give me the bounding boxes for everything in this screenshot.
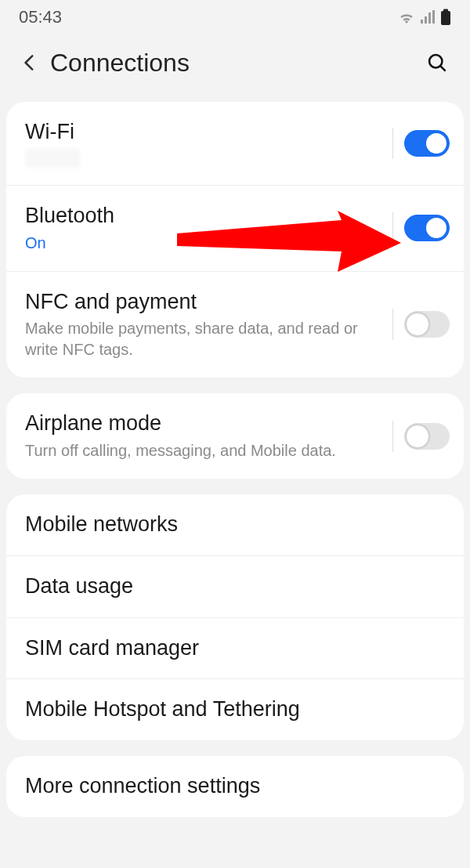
settings-group: Airplane modeTurn off calling, messaging… <box>6 393 464 479</box>
settings-group: Wi-FiBluetoothOnNFC and paymentMake mobi… <box>6 102 464 378</box>
settings-row[interactable]: NFC and paymentMake mobile payments, sha… <box>6 271 464 378</box>
settings-row-text: Mobile networks <box>25 512 445 538</box>
settings-row[interactable]: Mobile Hotspot and Tethering <box>6 678 464 740</box>
toggle-divider <box>392 128 393 159</box>
settings-row-subtitle: On <box>25 233 374 254</box>
toggle-divider <box>392 212 393 244</box>
toggle-divider <box>392 421 393 452</box>
status-time: 05:43 <box>19 7 62 27</box>
toggle-knob <box>425 132 448 155</box>
settings-row-text: BluetoothOn <box>25 203 445 254</box>
settings-row-subtitle: Make mobile payments, share data, and re… <box>25 318 374 360</box>
settings-row-subtitle: Turn off calling, messaging, and Mobile … <box>25 440 374 461</box>
battery-icon <box>440 9 451 26</box>
wifi-icon <box>398 10 415 24</box>
settings-row[interactable]: Airplane modeTurn off calling, messaging… <box>6 393 464 479</box>
toggle-switch[interactable] <box>404 215 450 241</box>
toggle-wrap <box>392 128 450 159</box>
chevron-left-icon <box>20 52 40 73</box>
toggle-knob <box>406 313 429 336</box>
svg-line-3 <box>440 66 445 71</box>
settings-row-text: Airplane modeTurn off calling, messaging… <box>25 410 445 461</box>
settings-group: Mobile networksData usageSIM card manage… <box>6 494 464 740</box>
settings-row-text: SIM card manager <box>25 635 445 662</box>
settings-row-title: Wi-Fi <box>25 119 374 146</box>
search-icon <box>426 52 448 74</box>
svg-rect-1 <box>443 9 448 12</box>
settings-row-title: Airplane mode <box>25 410 374 437</box>
settings-row-text: Wi-Fi <box>25 119 445 168</box>
toggle-knob <box>406 425 429 448</box>
settings-row-title: Bluetooth <box>25 203 374 230</box>
page-header: Connections <box>0 34 470 91</box>
settings-row-text: Mobile Hotspot and Tethering <box>25 696 445 723</box>
settings-row-title: More connection settings <box>25 773 374 800</box>
settings-row[interactable]: Wi-Fi <box>6 102 464 185</box>
svg-rect-0 <box>441 11 450 25</box>
settings-row-title: Mobile Hotspot and Tethering <box>25 696 374 723</box>
settings-row-title: NFC and payment <box>25 289 374 316</box>
toggle-switch[interactable] <box>404 311 450 338</box>
status-icons <box>398 9 451 26</box>
settings-row-text: NFC and paymentMake mobile payments, sha… <box>25 289 445 361</box>
settings-row-title: Mobile networks <box>25 512 374 538</box>
status-bar: 05:43 <box>0 0 470 34</box>
settings-row[interactable]: Mobile networks <box>6 494 464 555</box>
settings-row[interactable]: SIM card manager <box>6 617 464 679</box>
settings-content: Wi-FiBluetoothOnNFC and paymentMake mobi… <box>0 91 470 817</box>
settings-row[interactable]: BluetoothOn <box>6 185 464 271</box>
settings-row-subtitle <box>25 149 80 168</box>
signal-icon <box>420 10 436 24</box>
settings-row-title: Data usage <box>25 573 374 600</box>
toggle-knob <box>425 216 448 240</box>
settings-row[interactable]: Data usage <box>6 555 464 617</box>
toggle-switch[interactable] <box>404 423 450 450</box>
toggle-divider <box>392 309 393 340</box>
page-title: Connections <box>50 49 420 78</box>
toggle-wrap <box>392 212 450 244</box>
back-button[interactable] <box>13 45 47 80</box>
settings-row-text: More connection settings <box>25 773 445 800</box>
search-button[interactable] <box>420 45 454 80</box>
settings-row-text: Data usage <box>25 573 445 600</box>
toggle-switch[interactable] <box>404 130 450 157</box>
toggle-wrap <box>392 421 450 452</box>
settings-row-title: SIM card manager <box>25 635 374 662</box>
settings-group: More connection settings <box>6 756 464 817</box>
toggle-wrap <box>392 309 450 340</box>
settings-row[interactable]: More connection settings <box>6 756 464 817</box>
